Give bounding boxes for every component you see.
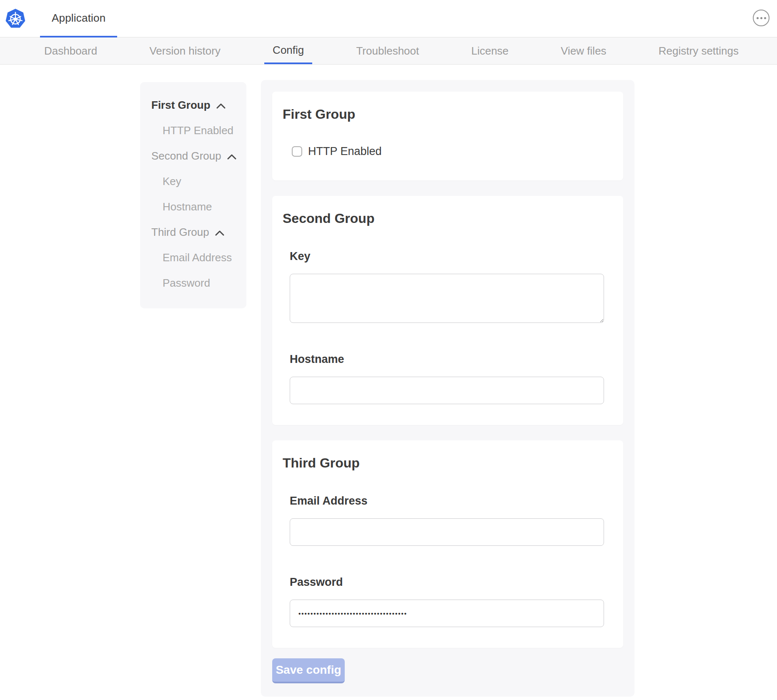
app-title: Application — [52, 12, 105, 25]
tab-view-files[interactable]: View files — [552, 38, 614, 64]
chevron-up-icon — [215, 230, 224, 236]
sidebar-group-third-group[interactable]: Third Group — [140, 220, 246, 245]
password-input[interactable] — [290, 600, 604, 627]
config-groups-sidebar: First Group HTTP Enabled Second Group Ke… — [140, 82, 246, 308]
sidebar-group-first-group[interactable]: First Group — [140, 92, 246, 118]
config-group-card-first: First Group HTTP Enabled — [272, 92, 623, 180]
chevron-up-icon — [216, 103, 226, 109]
tab-registry-settings[interactable]: Registry settings — [650, 38, 747, 64]
config-group-card-third: Third Group Email Address Password — [272, 440, 623, 648]
sidebar-item-password[interactable]: Password — [140, 270, 246, 296]
sidebar-group-second-group[interactable]: Second Group — [140, 143, 246, 169]
more-menu-button[interactable] — [753, 10, 769, 26]
app-nav-tabs: Dashboard Version history Config Trouble… — [0, 38, 777, 65]
ellipsis-icon — [757, 17, 759, 19]
tab-license[interactable]: License — [463, 38, 517, 64]
config-panel: First Group HTTP Enabled Second Group Ke… — [261, 80, 634, 697]
group-title: First Group — [283, 107, 613, 122]
ellipsis-icon — [760, 17, 762, 19]
hostname-input[interactable] — [290, 377, 604, 404]
group-title: Second Group — [283, 211, 613, 226]
chevron-up-icon — [227, 154, 236, 160]
kubernetes-logo-icon — [5, 8, 25, 28]
field-email: Email Address Password — [290, 495, 604, 627]
field-label-key: Key — [290, 250, 604, 263]
http-enabled-field: HTTP Enabled — [292, 145, 613, 158]
sidebar-group-label: Second Group — [151, 150, 221, 162]
group-title: Third Group — [283, 455, 613, 470]
email-address-input[interactable] — [290, 518, 604, 546]
sidebar-item-key[interactable]: Key — [140, 169, 246, 194]
field-label-hostname: Hostname — [290, 353, 604, 366]
sidebar-item-http-enabled[interactable]: HTTP Enabled — [140, 118, 246, 143]
key-textarea[interactable] — [290, 274, 604, 323]
sidebar-group-label: First Group — [151, 99, 211, 112]
http-enabled-checkbox[interactable] — [292, 146, 302, 157]
top-header: Application — [0, 0, 777, 38]
sidebar-group-label: Third Group — [151, 226, 209, 239]
field-label-password: Password — [290, 576, 604, 589]
field-label-email-address: Email Address — [290, 495, 604, 508]
save-config-button[interactable]: Save config — [272, 658, 345, 683]
sidebar-item-hostname[interactable]: Hostname — [140, 194, 246, 220]
tab-version-history[interactable]: Version history — [141, 38, 229, 64]
app-tab[interactable]: Application — [40, 0, 117, 38]
tab-troubleshoot[interactable]: Troubleshoot — [348, 38, 427, 64]
ellipsis-icon — [764, 17, 766, 19]
tab-config[interactable]: Config — [264, 38, 312, 64]
checkbox-label: HTTP Enabled — [308, 145, 382, 158]
tab-dashboard[interactable]: Dashboard — [36, 38, 105, 64]
field-key: Key Hostname — [290, 250, 604, 404]
sidebar-item-email-address[interactable]: Email Address — [140, 245, 246, 270]
config-group-card-second: Second Group Key Hostname — [272, 196, 623, 425]
